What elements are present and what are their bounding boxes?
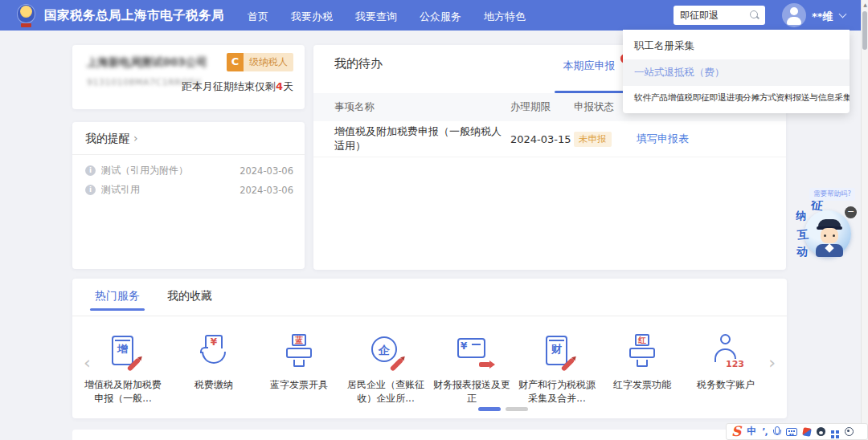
chevron-right-icon [130, 132, 138, 145]
nav-item-handle-tax[interactable]: 我要办税 [291, 10, 333, 24]
suggestion-staff-roster[interactable]: 职工名册采集 [623, 33, 850, 59]
fill-declaration-link[interactable]: 填写申报表 [637, 132, 689, 145]
reminders-card: 我的提醒 测试（引用为附件） 2024-03-06 测试引用 2024-03-0… [72, 122, 305, 269]
settings-gear-icon[interactable] [845, 427, 854, 436]
search-input[interactable] [680, 10, 749, 21]
service-tax-payment[interactable]: ¥ 税费缴纳 [171, 333, 256, 392]
divider [72, 154, 305, 155]
nav-item-query[interactable]: 我要查询 [355, 10, 397, 24]
red-invoice-printer-icon: 红 [623, 333, 661, 372]
col-item-name: 事项名称 [313, 100, 510, 114]
scrollbar-thumb[interactable] [862, 11, 867, 50]
tab-current-period-filing[interactable]: 本期应申报 1 [555, 59, 624, 73]
assistant-char: 纳 [796, 209, 806, 223]
financial-report-card-icon: ¥ [452, 333, 491, 372]
reminders-header-link[interactable]: 我的提醒 [85, 132, 138, 146]
todo-title: 我的待办 [334, 56, 383, 71]
services-card: 热门服务 我的收藏 ‹ › 增 增值税及附加税费申报（一般... ¥ 税费缴纳 … [72, 279, 787, 418]
service-resident-enterprise-tax[interactable]: 企 居民企业（查账征收）企业所... [343, 333, 428, 406]
service-property-behavior-tax[interactable]: 财 财产和行为税税源采集及合并... [514, 333, 600, 406]
tab-hot-services[interactable]: 热门服务 [95, 289, 140, 311]
help-tooltip: 需要帮助吗? [809, 188, 855, 201]
enterprise-circle-icon: 企 [366, 333, 405, 372]
punctuation-mode-icon[interactable]: ’, [762, 426, 767, 437]
user-avatar[interactable] [782, 3, 806, 27]
page-scrollbar: ▲ [861, 0, 868, 440]
assistant-char: 动 [796, 245, 808, 260]
nav-item-public-service[interactable]: 公众服务 [420, 10, 461, 24]
divider [72, 316, 787, 316]
vat-declaration-doc-icon: 增 [104, 333, 142, 372]
tax-bureau-logo-icon [14, 3, 38, 26]
pagination-dot[interactable] [506, 407, 528, 411]
deadline-days: 4 [276, 80, 283, 92]
minimize-assistant-button[interactable]: − [845, 206, 857, 218]
todo-item-name: 增值税及附加税费申报（一般纳税人适用） [313, 124, 510, 153]
carousel-next-icon[interactable]: › [768, 355, 776, 371]
service-vat-declaration[interactable]: 增 增值税及附加税费申报（一般... [80, 333, 166, 406]
microphone-icon[interactable] [773, 426, 780, 438]
status-badge: 未申报 [574, 132, 612, 147]
credit-grade: C [227, 53, 244, 71]
sogou-logo-icon[interactable]: S [731, 424, 741, 439]
info-icon [85, 185, 96, 195]
filing-deadline-notice: 距本月征期结束仅剩4天 [182, 79, 293, 94]
carousel-pagination [478, 407, 528, 411]
ime-toolbar: S 中 ’, [726, 423, 868, 440]
username[interactable]: **维 [812, 10, 833, 24]
reminder-date: 2024-03-06 [240, 185, 293, 196]
suggestion-one-stop-refund[interactable]: 一站式退抵税（费） [623, 59, 850, 86]
top-navbar: 国家税务总局上海市电子税务局 首页 我要办税 我要查询 公众服务 地方特色 **… [0, 0, 868, 31]
assistant-char: 互 [796, 227, 809, 242]
toolbox-grid-icon[interactable] [831, 430, 834, 434]
suggestion-software-vat-refund[interactable]: 软件产品增值税即征即退进项分摊方式资料报送与信息采集 [623, 86, 850, 110]
service-blue-invoice[interactable]: 蓝 蓝字发票开具 [256, 333, 342, 392]
credit-grade-label: 级纳税人 [244, 53, 293, 71]
company-card: 上海新电局测试003公司 91310108MA7C1RRQ5V C 级纳税人 距… [72, 45, 305, 109]
todo-table-row: 增值税及附加税费申报（一般纳税人适用） 2024-03-15 未申报 填写申报表 [313, 121, 786, 157]
search-icon[interactable] [749, 10, 760, 21]
site-title: 国家税务总局上海市电子税务局 [44, 7, 224, 24]
digital-account-person-icon: 123 [706, 333, 745, 372]
reminder-item[interactable]: 测试引用 2024-03-06 [85, 183, 293, 197]
assistant-avatar [805, 210, 851, 257]
service-financial-statements[interactable]: ¥ 财务报表报送及更正 [429, 333, 514, 406]
tax-portal-homepage: 国家税务总局上海市电子税务局 首页 我要办税 我要查询 公众服务 地方特色 **… [0, 0, 868, 440]
service-red-invoice[interactable]: 红 红字发票功能 [600, 333, 685, 392]
col-deadline: 办理期限 [510, 100, 574, 114]
search-box[interactable] [674, 6, 765, 25]
soft-keyboard-icon[interactable] [786, 428, 797, 436]
arrow-right-icon [479, 362, 490, 367]
chevron-down-icon[interactable] [840, 11, 846, 18]
scroll-up-arrow[interactable]: ▲ [862, 2, 868, 8]
search-suggestions-dropdown: 职工名册采集 一站式退抵税（费） 软件产品增值税即征即退进项分摊方式资料报送与信… [623, 30, 850, 113]
nav-item-local-features[interactable]: 地方特色 [484, 10, 526, 24]
reminder-date: 2024-03-06 [240, 165, 293, 177]
info-icon [85, 165, 96, 176]
pagination-dot-active[interactable] [478, 407, 501, 411]
emoji-icon[interactable] [817, 427, 825, 436]
todo-item-deadline: 2024-03-15 [510, 133, 574, 145]
reminder-item[interactable]: 测试（引用为附件） 2024-03-06 [85, 164, 293, 177]
skin-theme-icon[interactable] [802, 427, 812, 437]
blue-invoice-printer-icon: 蓝 [280, 333, 318, 372]
property-tax-doc-icon: 财 [538, 333, 576, 372]
services-tabs: 热门服务 我的收藏 [95, 289, 212, 311]
primary-nav: 首页 我要办税 我要查询 公众服务 地方特色 [248, 10, 526, 24]
company-name: 上海新电局测试003公司 [87, 55, 207, 70]
tax-payment-hand-icon: ¥ [194, 333, 233, 372]
nav-item-home[interactable]: 首页 [248, 10, 268, 24]
credit-rating-badge: C 级纳税人 [227, 53, 293, 71]
service-digital-tax-account[interactable]: 123 税务数字账户 [683, 333, 768, 392]
tab-my-favorites[interactable]: 我的收藏 [167, 289, 212, 311]
chinese-mode-icon[interactable]: 中 [747, 425, 756, 438]
